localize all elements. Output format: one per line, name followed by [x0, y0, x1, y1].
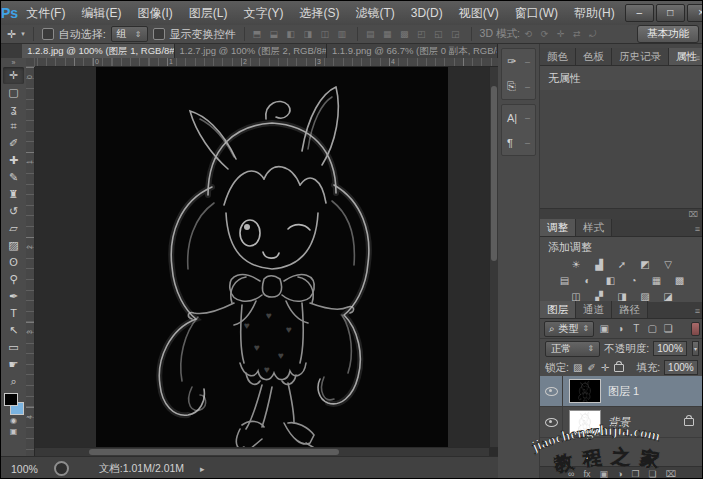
panel-menu-icon[interactable]: ≡: [695, 53, 700, 63]
vertical-scrollbar-thumb[interactable]: [491, 86, 497, 261]
menu-image[interactable]: 图像(I): [129, 5, 180, 22]
color-balance-icon[interactable]: ◐: [580, 274, 596, 287]
ruler-corner[interactable]: [26, 58, 35, 67]
foreground-color-swatch[interactable]: [4, 393, 18, 406]
menu-type[interactable]: 文字(Y): [235, 5, 291, 22]
panel-menu-icon[interactable]: ≡: [695, 306, 700, 316]
doc-tab-1[interactable]: 1.2.8.jpg @ 100% (图层 1, RGB/8#) * ×: [22, 44, 174, 58]
menu-file[interactable]: 文件(F): [18, 5, 73, 22]
lock-move-icon[interactable]: ✛: [601, 362, 609, 373]
link-layers-icon[interactable]: ∞: [568, 469, 574, 479]
auto-select-checkbox[interactable]: [42, 28, 54, 40]
healing-brush-tool[interactable]: ✚: [3, 152, 24, 169]
lock-transparent-icon[interactable]: ▨: [573, 362, 582, 373]
lock-all-icon[interactable]: [614, 364, 624, 372]
layer-row-background[interactable]: 背景: [540, 407, 703, 438]
doc-tab-3[interactable]: 1.1.9.png @ 66.7% (图层 0 副本, RGB/8) * ×: [327, 44, 498, 58]
layer-filter-type-dropdown[interactable]: ⌕ 类型 ⇕: [544, 321, 594, 337]
toolbar-collapse-icon[interactable]: »: [12, 58, 16, 67]
lasso-tool[interactable]: ʓ: [3, 101, 24, 118]
color-lookup-icon[interactable]: ▩: [672, 274, 688, 287]
panel-footer-icon[interactable]: ⌧: [689, 210, 698, 219]
eye-icon[interactable]: [545, 387, 558, 396]
eyedropper-tool[interactable]: ✐: [3, 135, 24, 152]
layer-mask-icon[interactable]: ▣: [599, 469, 608, 479]
menu-view[interactable]: 视图(V): [451, 5, 507, 22]
move-tool-icon[interactable]: ✛: [7, 28, 16, 41]
vertical-ruler[interactable]: 0 1 2 3 4: [26, 67, 35, 456]
tab-layers[interactable]: 图层: [540, 301, 576, 318]
quick-mask-button[interactable]: ◉: [6, 415, 22, 426]
eraser-tool[interactable]: ▱: [3, 220, 24, 237]
clone-stamp-tool[interactable]: ♜: [3, 186, 24, 203]
menu-select[interactable]: 选择(S): [291, 5, 347, 22]
selective-color-icon[interactable]: ◪: [660, 290, 676, 303]
layer-filter-toggle[interactable]: [691, 322, 700, 336]
brush-presets-panel-button[interactable]: ✑ –: [502, 49, 535, 74]
path-select-tool[interactable]: ↖: [3, 322, 24, 339]
maximize-button[interactable]: □: [656, 4, 685, 22]
tab-color[interactable]: 颜色: [540, 48, 576, 65]
blend-mode-dropdown[interactable]: 正常 ⇕: [545, 341, 600, 357]
tab-paths[interactable]: 路径: [612, 301, 648, 318]
vibrance-icon[interactable]: ▽: [660, 258, 676, 271]
hand-tool[interactable]: ☛: [3, 356, 24, 373]
background-layer-name[interactable]: 背景: [608, 415, 630, 430]
marquee-tool[interactable]: ▢: [3, 84, 24, 101]
eye-icon[interactable]: [545, 418, 558, 427]
filter-pixel-layers-icon[interactable]: ▣: [598, 323, 610, 334]
dodge-tool[interactable]: ⚲: [3, 271, 24, 288]
panel-menu-icon[interactable]: ≡: [695, 224, 700, 234]
3d-mode-buttons[interactable]: ⟲ ⟳ ✛ ⇄ ⤾: [525, 29, 600, 40]
screen-mode-button[interactable]: ▣: [6, 426, 22, 437]
tab-history[interactable]: 历史记录: [612, 48, 669, 65]
lock-paint-icon[interactable]: ✐: [587, 362, 595, 373]
channel-mixer-icon[interactable]: ▦: [649, 274, 665, 287]
zoom-tool[interactable]: ⌕: [3, 373, 24, 390]
menu-window[interactable]: 窗口(W): [507, 5, 566, 22]
layer-row-layer-1[interactable]: 图层 1: [540, 376, 703, 407]
photo-filter-icon[interactable]: ◔: [626, 274, 642, 287]
menu-help[interactable]: 帮助(H): [566, 5, 623, 22]
layer-style-icon[interactable]: fx: [583, 469, 590, 479]
horizontal-scrollbar-thumb[interactable]: [89, 449, 339, 455]
filter-shape-layers-icon[interactable]: ▢: [646, 323, 658, 334]
auto-select-dropdown[interactable]: 组 ⇕: [111, 26, 148, 42]
paragraph-panel-button[interactable]: ¶ –: [502, 130, 535, 155]
visibility-cell[interactable]: [540, 376, 563, 406]
clone-source-panel-button[interactable]: ⎘ –: [502, 74, 535, 99]
horizontal-ruler[interactable]: 0 1 2 3 4: [35, 58, 498, 67]
new-adjustment-layer-icon[interactable]: ◑: [617, 469, 622, 479]
delete-layer-icon[interactable]: ⌧: [666, 469, 676, 479]
visibility-cell[interactable]: [540, 407, 563, 437]
background-thumbnail[interactable]: [569, 410, 601, 434]
vertical-scrollbar[interactable]: [489, 67, 498, 447]
filter-type-layers-icon[interactable]: T: [630, 323, 642, 334]
workspace-button[interactable]: 基本功能: [637, 25, 699, 43]
levels-icon[interactable]: ▟: [591, 258, 607, 271]
close-button[interactable]: ×: [687, 4, 703, 22]
hue-saturation-icon[interactable]: ▤: [557, 274, 573, 287]
type-tool[interactable]: T: [3, 305, 24, 322]
tab-channels[interactable]: 通道: [576, 301, 612, 318]
new-group-icon[interactable]: ❐: [631, 469, 639, 479]
brightness-contrast-icon[interactable]: ☀: [568, 258, 584, 271]
distribute-buttons[interactable]: ▤ ▦ ▩ ◰ ◱ ◲: [366, 29, 463, 39]
menu-layer[interactable]: 图层(L): [181, 5, 236, 22]
tab-adjustments[interactable]: 调整: [540, 219, 576, 236]
opacity-value[interactable]: 100%: [653, 341, 687, 356]
align-buttons[interactable]: ⬒ ⬓ ◧ ◨ ◫ ▥: [253, 29, 350, 39]
new-layer-icon[interactable]: ❏: [649, 469, 657, 479]
doc-tab-2[interactable]: 1.2.7.jpg @ 100% (图层 2, RGB/8#) * ×: [175, 44, 327, 58]
show-transform-checkbox[interactable]: [153, 28, 165, 40]
horizontal-scrollbar[interactable]: [35, 447, 489, 456]
menu-filter[interactable]: 滤镜(T): [347, 5, 402, 22]
history-brush-tool[interactable]: ↺: [3, 203, 24, 220]
zoom-level-field[interactable]: 100%: [11, 463, 38, 475]
menu-edit[interactable]: 编辑(E): [73, 5, 129, 22]
gradient-tool[interactable]: ▨: [3, 237, 24, 254]
minimize-button[interactable]: –: [625, 4, 654, 22]
menu-3d[interactable]: 3D(D): [403, 6, 451, 20]
exposure-icon[interactable]: ◩: [637, 258, 653, 271]
tab-styles[interactable]: 样式: [576, 219, 612, 236]
